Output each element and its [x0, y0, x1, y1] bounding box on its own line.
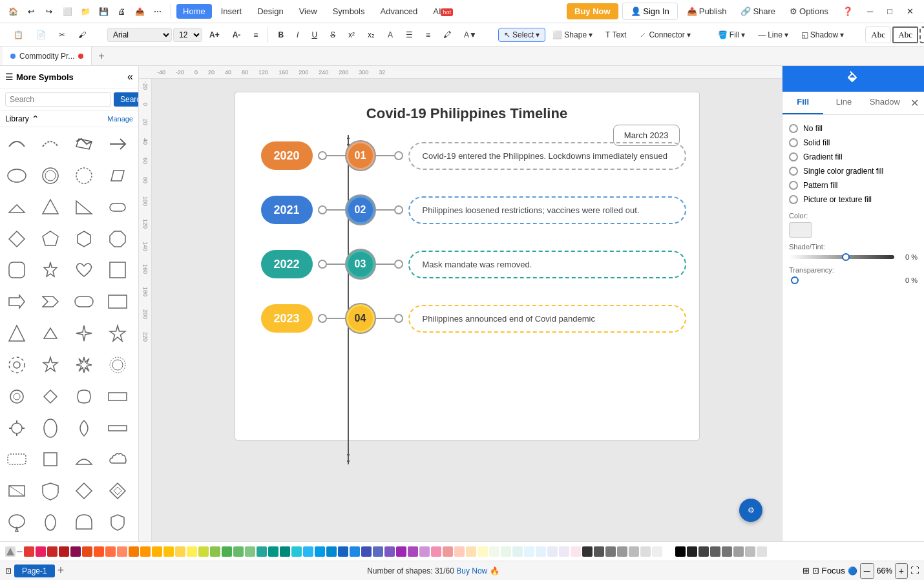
home-icon[interactable]: 🏠 — [5, 4, 21, 19]
color-chip[interactable] — [222, 546, 232, 557]
color-chip[interactable] — [350, 546, 360, 557]
panel-close-btn[interactable]: ✕ — [905, 92, 924, 114]
publish-button[interactable]: 📤 Publish — [682, 4, 732, 19]
window-max-button[interactable]: □ — [882, 4, 898, 19]
color-chip[interactable] — [617, 546, 627, 557]
sidebar-collapse-btn[interactable]: « — [127, 71, 133, 83]
bullet-btn[interactable]: ☰ — [400, 28, 419, 42]
menu-view[interactable]: View — [293, 4, 324, 19]
shape-rect-outline[interactable] — [103, 287, 132, 316]
zoom-in-btn[interactable]: + — [895, 563, 908, 579]
color-chip[interactable] — [722, 546, 732, 557]
color-chip[interactable] — [419, 546, 430, 557]
canvas-inner[interactable]: March 2023 Covid-19 Philippines Timeline… — [152, 79, 782, 541]
color-chip[interactable] — [47, 546, 58, 557]
font-family-select[interactable]: Arial — [107, 28, 172, 42]
strikethrough-btn[interactable]: S — [324, 28, 341, 42]
fill-option-single-gradient[interactable]: Single color gradient fill — [789, 164, 918, 178]
add-page-btn[interactable]: + — [58, 564, 65, 577]
color-chip[interactable] — [396, 546, 406, 557]
menu-home[interactable]: Home — [176, 4, 212, 19]
shape-tri-sm[interactable] — [36, 319, 65, 347]
shape-chevron[interactable] — [36, 287, 65, 316]
color-chip[interactable] — [315, 546, 325, 557]
color-chip[interactable] — [594, 546, 604, 557]
menu-ai[interactable]: AI hot — [426, 4, 459, 19]
color-chip[interactable] — [140, 546, 151, 557]
sidebar-search-btn[interactable]: Search — [114, 92, 139, 107]
shape-shield2[interactable] — [103, 508, 132, 537]
help-button[interactable]: ❓ — [837, 4, 858, 19]
color-chip[interactable] — [361, 546, 372, 557]
color-chip[interactable] — [478, 546, 488, 557]
save-icon[interactable]: 💾 — [96, 4, 111, 19]
share-button[interactable]: 🔗 Share — [735, 4, 781, 19]
redo-icon[interactable]: ↪ — [41, 4, 57, 19]
shape-8pt-star[interactable] — [70, 351, 98, 379]
export-icon[interactable]: 📤 — [132, 4, 147, 19]
tab-shadow[interactable]: Shadow — [865, 92, 905, 114]
fit-page-btn[interactable]: ⊡ — [812, 566, 819, 575]
shape-cog[interactable] — [3, 414, 31, 442]
font-increase-btn[interactable]: A+ — [204, 28, 226, 42]
color-chip[interactable] — [733, 546, 744, 557]
color-chip[interactable] — [175, 546, 185, 557]
shape-parallelogram[interactable] — [103, 161, 132, 190]
fill-option-pattern[interactable]: Pattern fill — [789, 178, 918, 192]
color-chip[interactable] — [24, 546, 34, 557]
color-chip[interactable] — [59, 546, 69, 557]
shape-lozenge[interactable] — [70, 477, 98, 505]
color-chip[interactable] — [373, 546, 383, 557]
color-chip[interactable] — [698, 546, 709, 557]
underline-btn[interactable]: U — [306, 28, 323, 42]
fill-option-solid[interactable]: Solid fill — [789, 136, 918, 150]
text-color-btn[interactable]: A — [382, 28, 399, 42]
color-chip[interactable] — [187, 546, 197, 557]
fill-option-gradient[interactable]: Gradient fill — [789, 150, 918, 164]
font-color3-btn[interactable]: A▼ — [458, 28, 483, 42]
color-chip[interactable] — [547, 546, 558, 557]
diagram-container[interactable]: March 2023 Covid-19 Philippines Timeline… — [235, 92, 700, 440]
shape-curve3[interactable] — [70, 130, 98, 158]
menu-symbols[interactable]: Symbols — [326, 4, 372, 19]
color-chip[interactable] — [652, 546, 662, 557]
tab-line[interactable]: Line — [823, 92, 864, 114]
color-chip[interactable] — [582, 546, 593, 557]
shape-pentagon[interactable] — [36, 225, 65, 253]
clipboard-paste-btn[interactable]: 📋 — [8, 28, 29, 42]
color-chip[interactable] — [454, 546, 465, 557]
window-min-button[interactable]: ─ — [862, 4, 878, 19]
font-size-select[interactable]: 12 — [173, 28, 202, 42]
zoom-fullscreen-btn[interactable]: ⛶ — [910, 566, 919, 575]
italic-btn[interactable]: I — [291, 28, 304, 42]
color-chip[interactable] — [757, 546, 767, 557]
shape-circle-outline[interactable] — [36, 161, 65, 190]
color-chip[interactable] — [326, 546, 337, 557]
font-color2-btn[interactable]: 🖍 — [437, 28, 457, 42]
shape-triangle[interactable] — [36, 193, 65, 222]
shape-balloon[interactable] — [3, 508, 31, 537]
subscript-btn[interactable]: x₂ — [362, 28, 381, 42]
shape-6pt-star[interactable] — [36, 351, 65, 379]
shape-rounded-sq[interactable] — [3, 256, 31, 284]
shape-curve2[interactable] — [36, 130, 65, 158]
color-chip[interactable] — [303, 546, 313, 557]
select-btn[interactable]: ↖ Select ▾ — [498, 28, 545, 42]
style-swatch-1[interactable]: Abc — [865, 26, 891, 43]
color-chip[interactable] — [163, 546, 174, 557]
shape-leaf[interactable] — [70, 414, 98, 442]
shape-btn[interactable]: ⬜ Shape ▾ — [547, 28, 598, 42]
zoom-out-btn[interactable]: ─ — [860, 563, 874, 579]
new-icon[interactable]: ⬜ — [59, 4, 75, 19]
color-chip[interactable] — [489, 546, 499, 557]
tab-fill[interactable]: Fill — [782, 92, 823, 114]
color-chip[interactable] — [280, 546, 290, 557]
shade-slider-thumb[interactable] — [842, 253, 850, 261]
fill-option-texture[interactable]: Picture or texture fill — [789, 192, 918, 207]
shape-gear[interactable] — [3, 351, 31, 379]
tab-add-btn[interactable]: + — [92, 48, 110, 65]
shape-4pt-star[interactable] — [70, 319, 98, 347]
shape-rounded-rect[interactable] — [70, 287, 98, 316]
color-swatch-main[interactable] — [789, 222, 812, 238]
shape-diamond-sm[interactable] — [36, 382, 65, 411]
